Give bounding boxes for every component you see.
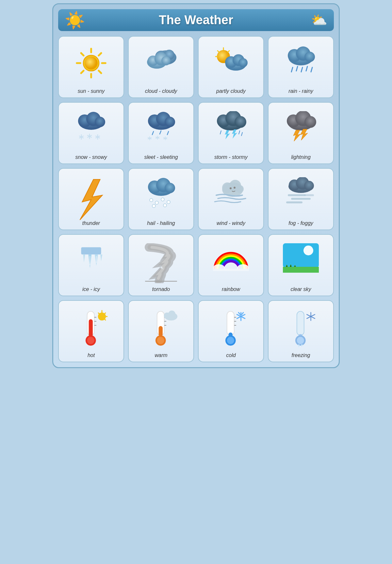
svg-point-67 (235, 116, 246, 128)
svg-line-6 (99, 71, 101, 73)
svg-line-151 (238, 313, 240, 315)
label-storm-stormy: storm - stormy (214, 154, 248, 160)
svg-rect-141 (227, 311, 234, 335)
svg-rect-102 (286, 201, 302, 203)
icon-hot (73, 309, 109, 345)
svg-marker-77 (293, 130, 301, 141)
svg-line-31 (296, 66, 298, 71)
card-wind-windy: wind - windy (198, 168, 264, 230)
icon-thunder (73, 177, 109, 213)
card-snow-snowy: snow - snowy (58, 102, 124, 164)
icon-sleet-sleeting (143, 111, 179, 147)
icon-area-hot (62, 304, 120, 350)
card-clear-sky: clear sky (268, 234, 334, 296)
icon-area-lightning (272, 106, 330, 152)
card-fog-foggy: fog - foggy (268, 168, 334, 230)
card-cloud-cloudy: cloud - cloudy (128, 36, 194, 98)
header-sun-icon: ☀️ (65, 11, 85, 30)
icon-cloud-cloudy (143, 45, 179, 81)
icon-fog-foggy (283, 177, 319, 213)
svg-rect-132 (159, 326, 163, 336)
icon-snow-snowy (73, 111, 109, 147)
svg-rect-104 (81, 247, 101, 254)
icon-area-cold (202, 304, 260, 350)
icon-area-hail-hailing (132, 172, 190, 218)
svg-point-94 (230, 187, 232, 189)
svg-point-38 (95, 117, 105, 127)
svg-marker-79 (80, 179, 103, 220)
card-partly-cloudy: partly cloudy (198, 36, 264, 98)
card-storm-stormy: storm - stormy (198, 102, 264, 164)
svg-line-21 (228, 51, 229, 52)
svg-point-85 (155, 201, 158, 204)
svg-marker-108 (100, 254, 102, 261)
card-rainbow: rainbow (198, 234, 264, 296)
svg-marker-68 (225, 130, 230, 139)
label-ice-icy: ice - icy (82, 286, 100, 292)
svg-line-20 (218, 51, 219, 52)
card-ice-icy: ice - icy (58, 234, 124, 296)
svg-line-128 (104, 313, 106, 315)
svg-point-99 (304, 181, 314, 191)
label-tornado: tornado (152, 286, 170, 292)
icon-area-rainbow (202, 238, 260, 284)
label-sleet-sleeting: sleet - sleeting (144, 154, 178, 160)
icon-hail-hailing (143, 177, 179, 213)
svg-point-140 (168, 311, 175, 318)
icon-tornado (143, 243, 179, 279)
svg-point-25 (238, 58, 248, 67)
card-sun-sunny: sun - sunny (58, 36, 124, 98)
label-clear-sky: clear sky (290, 286, 311, 292)
svg-rect-119 (89, 319, 93, 337)
svg-line-7 (99, 53, 101, 56)
svg-rect-101 (291, 198, 311, 200)
icon-sun-sunny (73, 45, 109, 81)
icon-area-partly-cloudy (202, 40, 260, 86)
icon-area-sleet-sleeting (132, 106, 190, 152)
label-thunder: thunder (82, 220, 100, 226)
svg-line-130 (98, 313, 100, 315)
icon-area-storm-stormy (202, 106, 260, 152)
label-cloud-cloudy: cloud - cloudy (145, 88, 177, 94)
icon-area-clear-sky (272, 238, 330, 284)
card-hot: hot (58, 300, 124, 362)
icon-area-snow-snowy (62, 106, 120, 152)
svg-point-29 (304, 52, 315, 62)
icon-freezing (283, 309, 319, 345)
svg-point-134 (157, 337, 164, 344)
page: ☀️ The Weather ⛅ (52, 3, 340, 368)
svg-line-30 (291, 67, 293, 72)
svg-point-16 (161, 56, 171, 65)
header-cloud-icon: ⛅ (311, 12, 327, 28)
card-cold: cold (198, 300, 264, 362)
svg-line-34 (311, 67, 312, 72)
svg-point-84 (150, 198, 153, 202)
svg-point-93 (236, 185, 244, 193)
svg-line-152 (242, 313, 243, 315)
card-tornado: tornado (128, 234, 194, 296)
svg-marker-78 (301, 129, 308, 140)
svg-rect-117 (283, 267, 319, 273)
icon-warm (143, 309, 179, 345)
svg-line-71 (239, 131, 240, 134)
card-thunder: thunder (58, 168, 124, 230)
icon-ice-icy (73, 243, 109, 279)
svg-point-76 (304, 116, 316, 128)
svg-point-86 (161, 198, 164, 201)
svg-point-9 (85, 57, 98, 70)
svg-point-83 (165, 183, 175, 193)
label-partly-cloudy: partly cloudy (216, 88, 246, 94)
label-rainbow: rainbow (222, 286, 240, 292)
svg-line-33 (306, 66, 307, 71)
card-freezing: freezing (268, 300, 334, 362)
icon-area-sun-sunny (62, 40, 120, 86)
svg-line-8 (81, 71, 84, 73)
svg-line-129 (104, 318, 106, 320)
svg-line-32 (301, 67, 302, 72)
svg-marker-158 (301, 345, 303, 347)
icon-area-wind-windy (202, 172, 260, 218)
svg-point-51 (165, 117, 175, 127)
header: ☀️ The Weather ⛅ (58, 9, 334, 31)
icon-area-thunder (62, 172, 120, 218)
label-wind-windy: wind - windy (217, 220, 245, 226)
